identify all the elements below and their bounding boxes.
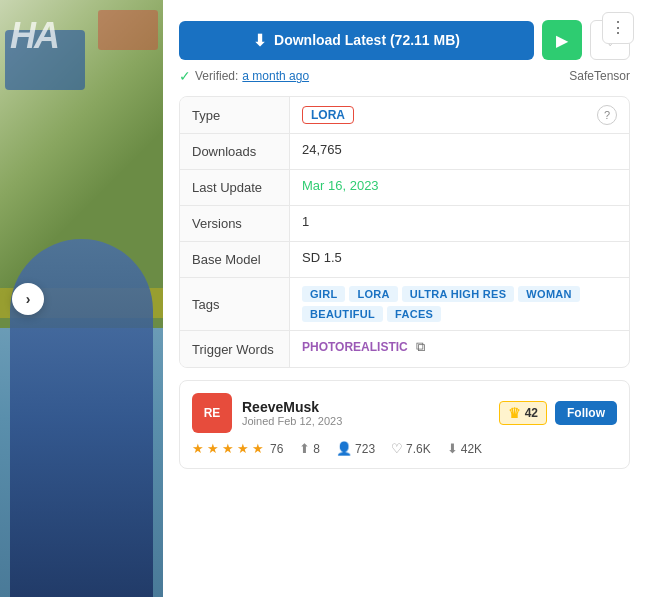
versions-label: Versions — [180, 206, 290, 241]
last-update-label: Last Update — [180, 170, 290, 205]
base-model-label: Base Model — [180, 242, 290, 277]
play-icon: ▶ — [556, 31, 568, 50]
downloads-value: 24,765 — [290, 134, 629, 165]
crown-icon: ♛ — [508, 405, 521, 421]
downloads-label: Downloads — [180, 134, 290, 169]
last-update-date: Mar 16, 2023 — [302, 178, 379, 193]
download-button-label: Download Latest (72.11 MB) — [274, 32, 460, 48]
author-header: RE ReeveMusk Joined Feb 12, 2023 ♛ 42 Fo… — [192, 393, 617, 433]
images-stat: ⬆ 8 — [299, 441, 320, 456]
members-count: 723 — [355, 442, 375, 456]
trigger-words-label: Trigger Words — [180, 331, 290, 367]
downloads-stat-icon: ⬇ — [447, 441, 458, 456]
base-model-row: Base Model SD 1.5 — [180, 242, 629, 278]
versions-count: 1 — [302, 214, 309, 229]
follow-button[interactable]: Follow — [555, 401, 617, 425]
copy-icon[interactable]: ⧉ — [416, 339, 425, 355]
star-rating: ★ ★ ★ ★ ★ 76 — [192, 441, 283, 456]
star-5: ★ — [252, 441, 264, 456]
verified-icon: ✓ — [179, 68, 191, 84]
downloads-stat-count: 42K — [461, 442, 482, 456]
type-label: Type — [180, 97, 290, 133]
trigger-words-value: PHOTOREALISTIC ⧉ — [290, 331, 629, 363]
tag-beautiful[interactable]: BEAUTIFUL — [302, 306, 383, 322]
star-1: ★ — [192, 441, 204, 456]
rating-count: 76 — [270, 442, 283, 456]
downloads-count: 24,765 — [302, 142, 342, 157]
images-count: 8 — [313, 442, 320, 456]
download-button[interactable]: ⬇ Download Latest (72.11 MB) — [179, 21, 534, 60]
versions-value: 1 — [290, 206, 629, 237]
crown-rank: 42 — [525, 406, 538, 420]
star-3: ★ — [222, 441, 234, 456]
star-2: ★ — [207, 441, 219, 456]
verified-provider: SafeTensor — [569, 69, 630, 83]
tag-woman[interactable]: WOMAN — [518, 286, 580, 302]
type-row: Type LORA ? — [180, 97, 629, 134]
tags-label: Tags — [180, 278, 290, 330]
download-area: ⬇ Download Latest (72.11 MB) ▶ ♡ — [179, 20, 630, 60]
tags-value: GIRL LORA ULTRA HIGH RES WOMAN BEAUTIFUL… — [290, 278, 629, 330]
play-button[interactable]: ▶ — [542, 20, 582, 60]
download-icon: ⬇ — [253, 31, 266, 50]
verified-text: Verified: — [195, 69, 238, 83]
crown-badge: ♛ 42 — [499, 401, 547, 425]
author-name[interactable]: ReeveMusk — [242, 399, 489, 415]
base-model-name: SD 1.5 — [302, 250, 342, 265]
tag-faces[interactable]: FACES — [387, 306, 441, 322]
page-container: HA › ⋮ ⬇ Download Latest (72.11 MB) ▶ — [0, 0, 646, 597]
next-image-arrow[interactable]: › — [12, 283, 44, 315]
verified-row: ✓ Verified: a month ago SafeTensor — [179, 68, 630, 84]
graffiti-red — [98, 10, 158, 50]
author-right: ♛ 42 Follow — [499, 401, 617, 425]
author-joined: Joined Feb 12, 2023 — [242, 415, 489, 427]
author-avatar-text: RE — [204, 406, 221, 420]
help-icon[interactable]: ? — [597, 105, 617, 125]
author-stats: ★ ★ ★ ★ ★ 76 ⬆ 8 👤 723 ♡ 7.6K — [192, 441, 617, 456]
tag-lora[interactable]: LORA — [349, 286, 397, 302]
image-panel: HA › — [0, 0, 163, 597]
base-model-value: SD 1.5 — [290, 242, 629, 273]
tag-girl[interactable]: GIRL — [302, 286, 345, 302]
last-update-value: Mar 16, 2023 — [290, 170, 629, 201]
likes-stat: ♡ 7.6K — [391, 441, 431, 456]
graffiti-text: HA — [10, 15, 58, 57]
lora-badge[interactable]: LORA — [302, 106, 354, 124]
star-4: ★ — [237, 441, 249, 456]
versions-row: Versions 1 — [180, 206, 629, 242]
downloads-stat: ⬇ 42K — [447, 441, 482, 456]
type-value: LORA ? — [290, 97, 629, 133]
author-info: ReeveMusk Joined Feb 12, 2023 — [242, 399, 489, 427]
tags-row: Tags GIRL LORA ULTRA HIGH RES WOMAN BEAU… — [180, 278, 629, 331]
likes-icon: ♡ — [391, 441, 403, 456]
trigger-word-photorealistic: PHOTOREALISTIC — [302, 340, 408, 354]
author-card: RE ReeveMusk Joined Feb 12, 2023 ♛ 42 Fo… — [179, 380, 630, 469]
author-avatar: RE — [192, 393, 232, 433]
images-icon: ⬆ — [299, 441, 310, 456]
tag-ultra-high-res[interactable]: ULTRA HIGH RES — [402, 286, 514, 302]
info-table: Type LORA ? Downloads 24,765 Last Update — [179, 96, 630, 368]
likes-count: 7.6K — [406, 442, 431, 456]
downloads-row: Downloads 24,765 — [180, 134, 629, 170]
members-icon: 👤 — [336, 441, 352, 456]
dots-icon: ⋮ — [610, 20, 627, 36]
last-update-row: Last Update Mar 16, 2023 — [180, 170, 629, 206]
trigger-words-row: Trigger Words PHOTOREALISTIC ⧉ — [180, 331, 629, 367]
verified-left: ✓ Verified: a month ago — [179, 68, 309, 84]
members-stat: 👤 723 — [336, 441, 375, 456]
verified-time-link[interactable]: a month ago — [242, 69, 309, 83]
content-panel: ⋮ ⬇ Download Latest (72.11 MB) ▶ ♡ ✓ Ver… — [163, 0, 646, 597]
more-options-button[interactable]: ⋮ — [602, 12, 634, 44]
